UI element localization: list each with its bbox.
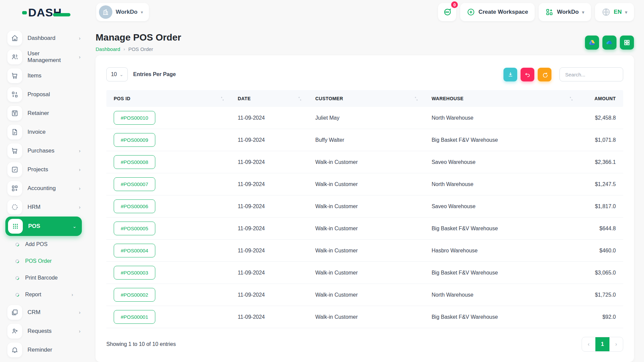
- sidebar-item-dashboard[interactable]: Dashboard ›: [0, 29, 87, 48]
- warehouse-cell: North Warehouse: [424, 181, 579, 187]
- sidebar-item-requests[interactable]: Requests ›: [0, 322, 87, 341]
- column-header-warehouse[interactable]: WAREHOUSE: [424, 96, 579, 101]
- amount-cell: $92.0: [579, 314, 623, 320]
- pos-id-badge[interactable]: #POS00004: [114, 244, 155, 257]
- column-header-pos-id[interactable]: POS ID: [106, 96, 230, 101]
- column-header-customer[interactable]: CUSTOMER: [308, 96, 424, 101]
- sidebar-subitem-print-barcode[interactable]: Print Barcode: [0, 269, 87, 286]
- workspace-switcher[interactable]: WorkDo ▾: [539, 3, 591, 21]
- file-icon: [7, 125, 22, 139]
- pagination-page-1[interactable]: 1: [595, 337, 609, 351]
- pos-id-badge[interactable]: #POS00008: [114, 155, 155, 169]
- sidebar-item-proposal[interactable]: Proposal: [0, 85, 87, 104]
- grid-plus-icon: [7, 181, 22, 196]
- pos-order-card: 10 ⌄ Entries Per Page POS ID DATE: [96, 55, 634, 362]
- sidebar-item-user-management[interactable]: User Management ›: [0, 48, 87, 66]
- onedrive-button[interactable]: [602, 36, 616, 50]
- breadcrumb: Dashboard › POS Order: [96, 46, 181, 52]
- messages-button[interactable]: 0: [438, 3, 456, 21]
- customer-cell: Walk-in Customer: [308, 159, 424, 165]
- sidebar-item-purchases[interactable]: Purchases ›: [0, 141, 87, 160]
- warehouse-cell: North Warehouse: [424, 115, 579, 121]
- pos-id-badge[interactable]: #POS00006: [114, 199, 155, 213]
- pos-id-badge[interactable]: #POS00007: [114, 177, 155, 191]
- pos-id-badge[interactable]: #POS00005: [114, 222, 155, 235]
- warehouse-cell: Big Basket F&V Warehouse: [424, 314, 579, 320]
- grid-view-button[interactable]: [620, 36, 634, 50]
- bullet-icon: [15, 275, 20, 281]
- globe-icon: [602, 8, 610, 16]
- showing-entries-text: Showing 1 to 10 of 10 entries: [106, 341, 176, 347]
- customer-cell: Walk-in Customer: [308, 203, 424, 209]
- logo-accent-dot: [22, 11, 27, 14]
- logo-text: DASH: [28, 6, 62, 19]
- create-workspace-button[interactable]: Create Workspace: [460, 3, 535, 21]
- chevron-right-icon: ›: [79, 167, 80, 172]
- grid-plus-icon: [545, 8, 553, 16]
- column-header-date[interactable]: DATE: [230, 96, 308, 101]
- table-row: #POS00003 11-09-2024 Walk-in Customer Bi…: [106, 262, 623, 284]
- pagination: ‹ 1 ›: [582, 337, 623, 352]
- entries-per-page-label: Entries Per Page: [133, 71, 176, 77]
- sidebar: Dashboard › User Management › Items Prop…: [0, 29, 87, 359]
- bullet-icon: [15, 242, 20, 247]
- create-workspace-label: Create Workspace: [478, 9, 528, 15]
- pagination-next-button[interactable]: ›: [609, 337, 623, 351]
- sidebar-item-retainer[interactable]: Retainer: [0, 104, 87, 123]
- sidebar-subitem-add-pos[interactable]: Add POS: [0, 236, 87, 253]
- date-cell: 11-09-2024: [230, 115, 308, 121]
- sidebar-item-accounting[interactable]: Accounting ›: [0, 179, 87, 198]
- pos-id-badge[interactable]: #POS00003: [114, 266, 155, 280]
- date-cell: 11-09-2024: [230, 270, 308, 276]
- customer-cell: Walk-in Customer: [308, 292, 424, 298]
- table-row: #POS00004 11-09-2024 Walk-in Customer Ha…: [106, 240, 623, 262]
- customer-cell: Walk-in Customer: [308, 248, 424, 254]
- workspace-selector[interactable]: WorkDo ▾: [96, 3, 149, 21]
- chat-icon: [443, 8, 451, 16]
- chevron-right-icon: ›: [123, 47, 125, 52]
- pos-id-badge[interactable]: #POS00001: [114, 310, 155, 324]
- sidebar-item-pos[interactable]: POS ⌄: [5, 217, 82, 236]
- entries-per-page-select[interactable]: 10 ⌄: [106, 67, 128, 81]
- google-drive-icon: [588, 39, 596, 46]
- chevron-right-icon: ›: [79, 186, 80, 191]
- warehouse-cell: North Warehouse: [424, 292, 579, 298]
- amount-cell: $1,247.5: [579, 181, 623, 187]
- sidebar-item-reminder[interactable]: Reminder: [0, 341, 87, 359]
- chevron-right-icon: ›: [79, 204, 80, 210]
- chevron-down-icon: ⌄: [72, 224, 76, 229]
- pos-id-badge[interactable]: #POS00002: [114, 288, 155, 302]
- sidebar-item-hrm[interactable]: HRM ›: [0, 198, 87, 217]
- breadcrumb-dashboard-link[interactable]: Dashboard: [96, 46, 120, 52]
- pos-id-badge[interactable]: #POS00009: [114, 133, 155, 147]
- sidebar-subitem-pos-order[interactable]: POS Order: [0, 253, 87, 269]
- customer-cell: Walk-in Customer: [308, 270, 424, 276]
- dash-logo[interactable]: DASH: [22, 6, 70, 19]
- sidebar-item-invoice[interactable]: Invoice: [0, 123, 87, 141]
- sidebar-item-crm[interactable]: CRM ›: [0, 303, 87, 322]
- page-title: Manage POS Order: [96, 32, 181, 43]
- breadcrumb-current: POS Order: [128, 46, 153, 52]
- sidebar-subitem-report[interactable]: Report ›: [0, 286, 87, 303]
- sidebar-item-items[interactable]: Items: [0, 66, 87, 85]
- date-cell: 11-09-2024: [230, 137, 308, 143]
- google-drive-button[interactable]: [585, 36, 599, 50]
- table-row: #POS00009 11-09-2024 Buffy Walter Big Ba…: [106, 129, 623, 151]
- save-icon: [7, 106, 22, 121]
- pagination-prev-button[interactable]: ‹: [582, 337, 595, 351]
- refresh-button[interactable]: [538, 68, 551, 81]
- export-button[interactable]: [503, 68, 517, 81]
- undo-button[interactable]: [521, 68, 534, 81]
- table-row: #POS00002 11-09-2024 Walk-in Customer No…: [106, 284, 623, 306]
- language-code: EN: [614, 9, 622, 15]
- language-selector[interactable]: EN ▾: [595, 3, 634, 21]
- date-cell: 11-09-2024: [230, 226, 308, 232]
- table-row: #POS00007 11-09-2024 Walk-in Customer No…: [106, 173, 623, 195]
- column-header-amount[interactable]: AMOUNT: [579, 96, 623, 101]
- chevron-down-icon: ⌄: [119, 72, 123, 77]
- amount-cell: $2,366.1: [579, 159, 623, 165]
- sidebar-item-projects[interactable]: Projects ›: [0, 160, 87, 179]
- search-input[interactable]: [559, 67, 623, 81]
- pos-id-badge[interactable]: #POS00010: [114, 111, 155, 125]
- date-cell: 11-09-2024: [230, 248, 308, 254]
